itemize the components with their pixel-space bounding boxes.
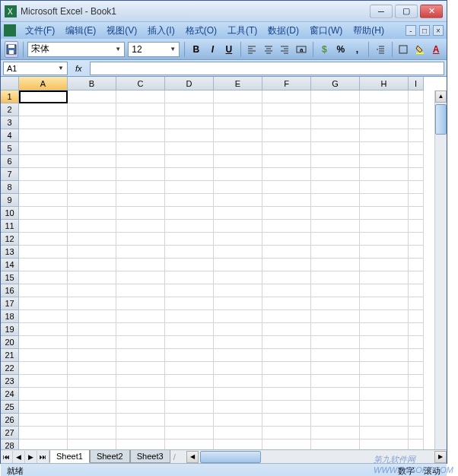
cell-D25[interactable] bbox=[165, 401, 214, 414]
horizontal-scrollbar[interactable]: ◀ ▶ bbox=[186, 451, 447, 463]
cell-F22[interactable] bbox=[262, 362, 311, 375]
font-name-select[interactable]: 宋体 ▼ bbox=[27, 42, 125, 57]
cell-H21[interactable] bbox=[360, 349, 409, 362]
cell-A12[interactable] bbox=[19, 233, 68, 246]
row-header-26[interactable]: 26 bbox=[1, 414, 19, 427]
cell-D9[interactable] bbox=[165, 194, 214, 207]
cell-C21[interactable] bbox=[116, 349, 165, 362]
cell-I17[interactable] bbox=[409, 297, 424, 310]
cell-F25[interactable] bbox=[262, 401, 311, 414]
cell-E19[interactable] bbox=[214, 323, 262, 336]
cell-H12[interactable] bbox=[360, 233, 409, 246]
scroll-right-button[interactable]: ▶ bbox=[434, 451, 447, 463]
cell-G16[interactable] bbox=[311, 284, 360, 297]
cell-F18[interactable] bbox=[262, 310, 311, 323]
cell-C5[interactable] bbox=[116, 142, 165, 155]
row-header-22[interactable]: 22 bbox=[1, 362, 19, 375]
row-header-19[interactable]: 19 bbox=[1, 323, 19, 336]
cell-F13[interactable] bbox=[262, 246, 311, 259]
cell-G24[interactable] bbox=[311, 388, 360, 401]
cell-A9[interactable] bbox=[19, 194, 68, 207]
cell-H5[interactable] bbox=[360, 142, 409, 155]
cell-H23[interactable] bbox=[360, 375, 409, 388]
cell-I13[interactable] bbox=[409, 246, 424, 259]
fill-color-button[interactable] bbox=[413, 41, 427, 58]
cell-A10[interactable] bbox=[19, 207, 68, 220]
cell-C3[interactable] bbox=[116, 116, 165, 129]
cell-F9[interactable] bbox=[262, 194, 311, 207]
cell-A16[interactable] bbox=[19, 284, 68, 297]
column-header-I[interactable]: I bbox=[409, 77, 424, 90]
name-box[interactable]: A1 ▼ bbox=[3, 62, 68, 75]
menu-window[interactable]: 窗口(W) bbox=[305, 23, 347, 39]
cell-G21[interactable] bbox=[311, 349, 360, 362]
cell-C7[interactable] bbox=[116, 168, 165, 181]
cell-E25[interactable] bbox=[214, 401, 262, 414]
cell-I25[interactable] bbox=[409, 401, 424, 414]
cell-F14[interactable] bbox=[262, 259, 311, 271]
cell-B19[interactable] bbox=[68, 323, 116, 336]
cell-A6[interactable] bbox=[19, 155, 68, 168]
cell-F27[interactable] bbox=[262, 427, 311, 440]
minimize-button[interactable]: ─ bbox=[370, 5, 393, 18]
cell-E11[interactable] bbox=[214, 220, 262, 233]
cell-B23[interactable] bbox=[68, 375, 116, 388]
cell-D3[interactable] bbox=[165, 116, 214, 129]
cell-D24[interactable] bbox=[165, 388, 214, 401]
row-header-14[interactable]: 14 bbox=[1, 259, 19, 271]
row-header-27[interactable]: 27 bbox=[1, 427, 19, 440]
cell-H16[interactable] bbox=[360, 284, 409, 297]
cell-H6[interactable] bbox=[360, 155, 409, 168]
cell-C19[interactable] bbox=[116, 323, 165, 336]
cell-A23[interactable] bbox=[19, 375, 68, 388]
prev-sheet-button[interactable]: ◀ bbox=[13, 451, 25, 463]
cell-E24[interactable] bbox=[214, 388, 262, 401]
cell-A8[interactable] bbox=[19, 181, 68, 194]
cell-D6[interactable] bbox=[165, 155, 214, 168]
italic-button[interactable]: I bbox=[206, 41, 220, 58]
menu-file[interactable]: 文件(F) bbox=[21, 23, 59, 39]
row-header-21[interactable]: 21 bbox=[1, 349, 19, 362]
close-button[interactable]: ✕ bbox=[420, 5, 443, 18]
cell-B11[interactable] bbox=[68, 220, 116, 233]
cell-A24[interactable] bbox=[19, 388, 68, 401]
column-header-C[interactable]: C bbox=[116, 77, 165, 90]
row-header-6[interactable]: 6 bbox=[1, 155, 19, 168]
cell-C10[interactable] bbox=[116, 207, 165, 220]
indent-button[interactable] bbox=[374, 41, 387, 58]
cell-I8[interactable] bbox=[409, 181, 424, 194]
cell-G15[interactable] bbox=[311, 271, 360, 284]
cell-H24[interactable] bbox=[360, 388, 409, 401]
cell-G23[interactable] bbox=[311, 375, 360, 388]
cell-E12[interactable] bbox=[214, 233, 262, 246]
cell-D1[interactable] bbox=[165, 90, 214, 103]
cell-E16[interactable] bbox=[214, 284, 262, 297]
cell-D21[interactable] bbox=[165, 349, 214, 362]
cell-E9[interactable] bbox=[214, 194, 262, 207]
cell-F1[interactable] bbox=[262, 90, 311, 103]
cell-E10[interactable] bbox=[214, 207, 262, 220]
next-sheet-button[interactable]: ▶ bbox=[25, 451, 37, 463]
cell-B13[interactable] bbox=[68, 246, 116, 259]
column-header-A[interactable]: A bbox=[19, 77, 68, 90]
cell-C26[interactable] bbox=[116, 414, 165, 427]
cell-E15[interactable] bbox=[214, 271, 262, 284]
cell-G3[interactable] bbox=[311, 116, 360, 129]
row-header-11[interactable]: 11 bbox=[1, 220, 19, 233]
cell-H22[interactable] bbox=[360, 362, 409, 375]
cell-B15[interactable] bbox=[68, 271, 116, 284]
cell-A18[interactable] bbox=[19, 310, 68, 323]
cell-F26[interactable] bbox=[262, 414, 311, 427]
cell-G9[interactable] bbox=[311, 194, 360, 207]
font-color-button[interactable]: A bbox=[429, 41, 443, 58]
cell-B27[interactable] bbox=[68, 427, 116, 440]
cell-I12[interactable] bbox=[409, 233, 424, 246]
cell-H3[interactable] bbox=[360, 116, 409, 129]
cell-I22[interactable] bbox=[409, 362, 424, 375]
cell-D7[interactable] bbox=[165, 168, 214, 181]
row-header-16[interactable]: 16 bbox=[1, 284, 19, 297]
sheet-tab-2[interactable]: Sheet2 bbox=[90, 450, 130, 463]
cell-I18[interactable] bbox=[409, 310, 424, 323]
currency-button[interactable]: $ bbox=[317, 41, 331, 58]
cell-C24[interactable] bbox=[116, 388, 165, 401]
